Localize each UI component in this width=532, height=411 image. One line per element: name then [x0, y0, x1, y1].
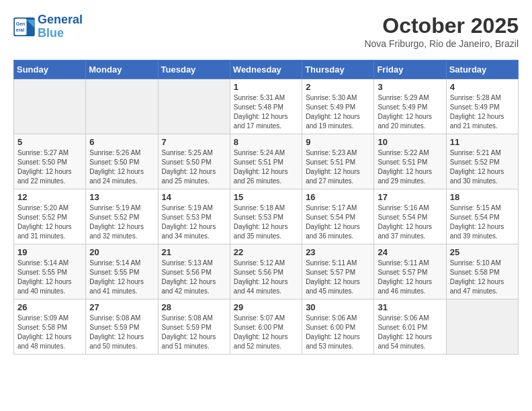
calendar-cell: 6Sunrise: 5:26 AM Sunset: 5:50 PM Daylig… — [86, 134, 158, 189]
day-number: 22 — [234, 247, 298, 257]
day-info: Sunrise: 5:28 AM Sunset: 5:49 PM Dayligh… — [450, 93, 515, 131]
calendar-cell: 2Sunrise: 5:30 AM Sunset: 5:49 PM Daylig… — [302, 79, 374, 134]
day-number: 4 — [450, 82, 515, 92]
calendar-cell: 16Sunrise: 5:17 AM Sunset: 5:54 PM Dayli… — [302, 189, 374, 244]
calendar-cell — [14, 79, 86, 134]
calendar-cell: 20Sunrise: 5:14 AM Sunset: 5:55 PM Dayli… — [86, 244, 158, 300]
day-info: Sunrise: 5:08 AM Sunset: 5:59 PM Dayligh… — [162, 314, 226, 351]
day-info: Sunrise: 5:14 AM Sunset: 5:55 PM Dayligh… — [89, 259, 154, 296]
svg-text:Gen: Gen — [16, 21, 26, 26]
calendar-cell: 9Sunrise: 5:23 AM Sunset: 5:51 PM Daylig… — [302, 134, 374, 189]
day-number: 19 — [17, 247, 82, 257]
day-info: Sunrise: 5:19 AM Sunset: 5:52 PM Dayligh… — [89, 203, 154, 241]
day-number: 28 — [162, 302, 226, 312]
weekday-header-thursday: Thursday — [302, 60, 374, 79]
day-info: Sunrise: 5:31 AM Sunset: 5:48 PM Dayligh… — [234, 93, 298, 131]
day-info: Sunrise: 5:23 AM Sunset: 5:51 PM Dayligh… — [306, 148, 370, 186]
day-info: Sunrise: 5:15 AM Sunset: 5:54 PM Dayligh… — [450, 203, 515, 241]
calendar-cell: 1Sunrise: 5:31 AM Sunset: 5:48 PM Daylig… — [230, 79, 302, 134]
weekday-header-sunday: Sunday — [14, 60, 86, 79]
calendar-cell: 29Sunrise: 5:07 AM Sunset: 6:00 PM Dayli… — [230, 300, 302, 355]
day-info: Sunrise: 5:12 AM Sunset: 5:56 PM Dayligh… — [234, 259, 298, 296]
week-row-2: 5Sunrise: 5:27 AM Sunset: 5:50 PM Daylig… — [14, 134, 519, 189]
day-number: 21 — [162, 247, 226, 257]
calendar-cell: 5Sunrise: 5:27 AM Sunset: 5:50 PM Daylig… — [14, 134, 86, 189]
weekday-header-wednesday: Wednesday — [230, 60, 302, 79]
calendar-cell: 25Sunrise: 5:10 AM Sunset: 5:58 PM Dayli… — [446, 244, 518, 300]
day-info: Sunrise: 5:29 AM Sunset: 5:49 PM Dayligh… — [378, 93, 442, 131]
calendar-cell: 15Sunrise: 5:18 AM Sunset: 5:53 PM Dayli… — [230, 189, 302, 244]
day-number: 14 — [162, 192, 226, 202]
calendar-cell: 31Sunrise: 5:06 AM Sunset: 6:01 PM Dayli… — [374, 300, 446, 355]
calendar-cell: 28Sunrise: 5:08 AM Sunset: 5:59 PM Dayli… — [158, 300, 230, 355]
day-info: Sunrise: 5:10 AM Sunset: 5:58 PM Dayligh… — [450, 259, 515, 296]
calendar-cell: 11Sunrise: 5:21 AM Sunset: 5:52 PM Dayli… — [446, 134, 518, 189]
day-number: 2 — [306, 82, 370, 92]
day-info: Sunrise: 5:06 AM Sunset: 6:00 PM Dayligh… — [306, 314, 370, 351]
day-info: Sunrise: 5:06 AM Sunset: 6:01 PM Dayligh… — [378, 314, 442, 351]
day-number: 12 — [17, 192, 82, 202]
weekday-header-monday: Monday — [86, 60, 158, 79]
calendar-cell: 30Sunrise: 5:06 AM Sunset: 6:00 PM Dayli… — [302, 300, 374, 355]
day-number: 23 — [306, 247, 370, 257]
day-info: Sunrise: 5:14 AM Sunset: 5:55 PM Dayligh… — [17, 259, 82, 296]
calendar-cell: 4Sunrise: 5:28 AM Sunset: 5:49 PM Daylig… — [446, 79, 518, 134]
calendar-cell: 22Sunrise: 5:12 AM Sunset: 5:56 PM Dayli… — [230, 244, 302, 300]
calendar-cell — [446, 300, 518, 355]
day-number: 5 — [17, 137, 82, 147]
week-row-4: 19Sunrise: 5:14 AM Sunset: 5:55 PM Dayli… — [14, 244, 519, 300]
svg-text:eral: eral — [16, 28, 25, 32]
day-info: Sunrise: 5:25 AM Sunset: 5:50 PM Dayligh… — [162, 148, 226, 186]
day-info: Sunrise: 5:18 AM Sunset: 5:53 PM Dayligh… — [234, 203, 298, 241]
logo: Gen eral General Blue — [13, 13, 83, 40]
weekday-header-row: SundayMondayTuesdayWednesdayThursdayFrid… — [14, 60, 519, 79]
day-info: Sunrise: 5:27 AM Sunset: 5:50 PM Dayligh… — [17, 148, 82, 186]
calendar-cell: 23Sunrise: 5:11 AM Sunset: 5:57 PM Dayli… — [302, 244, 374, 300]
calendar-cell — [86, 79, 158, 134]
week-row-5: 26Sunrise: 5:09 AM Sunset: 5:58 PM Dayli… — [14, 300, 519, 355]
day-info: Sunrise: 5:08 AM Sunset: 5:59 PM Dayligh… — [89, 314, 154, 351]
day-info: Sunrise: 5:11 AM Sunset: 5:57 PM Dayligh… — [306, 259, 370, 296]
calendar-cell: 10Sunrise: 5:22 AM Sunset: 5:51 PM Dayli… — [374, 134, 446, 189]
day-number: 3 — [378, 82, 442, 92]
day-number: 31 — [378, 302, 442, 312]
day-number: 8 — [234, 137, 298, 147]
day-number: 7 — [162, 137, 226, 147]
day-number: 15 — [234, 192, 298, 202]
calendar-cell: 17Sunrise: 5:16 AM Sunset: 5:54 PM Dayli… — [374, 189, 446, 244]
day-number: 30 — [306, 302, 370, 312]
logo-icon: Gen eral — [13, 17, 35, 36]
day-info: Sunrise: 5:11 AM Sunset: 5:57 PM Dayligh… — [378, 259, 442, 296]
day-number: 1 — [234, 82, 298, 92]
calendar-cell: 7Sunrise: 5:25 AM Sunset: 5:50 PM Daylig… — [158, 134, 230, 189]
calendar-cell: 12Sunrise: 5:20 AM Sunset: 5:52 PM Dayli… — [14, 189, 86, 244]
calendar-cell: 21Sunrise: 5:13 AM Sunset: 5:56 PM Dayli… — [158, 244, 230, 300]
day-number: 11 — [450, 137, 515, 147]
location: Nova Friburgo, Rio de Janeiro, Brazil — [364, 38, 519, 49]
day-info: Sunrise: 5:21 AM Sunset: 5:52 PM Dayligh… — [450, 148, 515, 186]
day-number: 29 — [234, 302, 298, 312]
page-header: Gen eral General Blue October 2025 Nova … — [13, 13, 519, 49]
day-number: 6 — [89, 137, 154, 147]
day-info: Sunrise: 5:09 AM Sunset: 5:58 PM Dayligh… — [17, 314, 82, 351]
weekday-header-saturday: Saturday — [446, 60, 518, 79]
day-number: 20 — [89, 247, 154, 257]
calendar-cell: 3Sunrise: 5:29 AM Sunset: 5:49 PM Daylig… — [374, 79, 446, 134]
day-number: 17 — [378, 192, 442, 202]
day-info: Sunrise: 5:22 AM Sunset: 5:51 PM Dayligh… — [378, 148, 442, 186]
day-number: 18 — [450, 192, 515, 202]
day-info: Sunrise: 5:24 AM Sunset: 5:51 PM Dayligh… — [234, 148, 298, 186]
day-info: Sunrise: 5:13 AM Sunset: 5:56 PM Dayligh… — [162, 259, 226, 296]
day-info: Sunrise: 5:19 AM Sunset: 5:53 PM Dayligh… — [162, 203, 226, 241]
day-number: 24 — [378, 247, 442, 257]
week-row-1: 1Sunrise: 5:31 AM Sunset: 5:48 PM Daylig… — [14, 79, 519, 134]
day-info: Sunrise: 5:16 AM Sunset: 5:54 PM Dayligh… — [378, 203, 442, 241]
day-info: Sunrise: 5:20 AM Sunset: 5:52 PM Dayligh… — [17, 203, 82, 241]
week-row-3: 12Sunrise: 5:20 AM Sunset: 5:52 PM Dayli… — [14, 189, 519, 244]
day-info: Sunrise: 5:30 AM Sunset: 5:49 PM Dayligh… — [306, 93, 370, 131]
day-number: 10 — [378, 137, 442, 147]
day-number: 26 — [17, 302, 82, 312]
day-info: Sunrise: 5:07 AM Sunset: 6:00 PM Dayligh… — [234, 314, 298, 351]
calendar-cell: 14Sunrise: 5:19 AM Sunset: 5:53 PM Dayli… — [158, 189, 230, 244]
day-number: 27 — [89, 302, 154, 312]
